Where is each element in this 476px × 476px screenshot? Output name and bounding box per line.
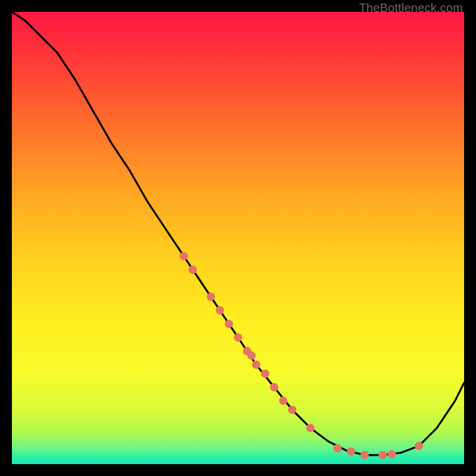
- marker-point: [225, 320, 233, 328]
- marker-point: [347, 447, 355, 456]
- marker-point: [333, 444, 342, 452]
- marker-point: [189, 265, 197, 274]
- marker-point: [279, 397, 287, 405]
- marker-point: [361, 451, 369, 459]
- marker-point: [216, 306, 224, 315]
- watermark-text: TheBottleneck.com: [359, 1, 463, 15]
- marker-point: [306, 424, 315, 432]
- marker-point: [270, 383, 278, 392]
- gradient-background: [12, 12, 464, 464]
- marker-point: [180, 252, 188, 260]
- marker-point: [234, 333, 242, 342]
- chart-svg: [12, 12, 464, 464]
- marker-point: [261, 369, 270, 378]
- marker-point: [206, 293, 215, 301]
- marker-point: [378, 451, 387, 459]
- marker-point: [248, 352, 256, 360]
- marker-point: [387, 450, 396, 458]
- marker-point: [288, 406, 296, 414]
- marker-point: [252, 361, 260, 369]
- marker-point: [415, 442, 423, 450]
- chart-frame: [12, 12, 464, 464]
